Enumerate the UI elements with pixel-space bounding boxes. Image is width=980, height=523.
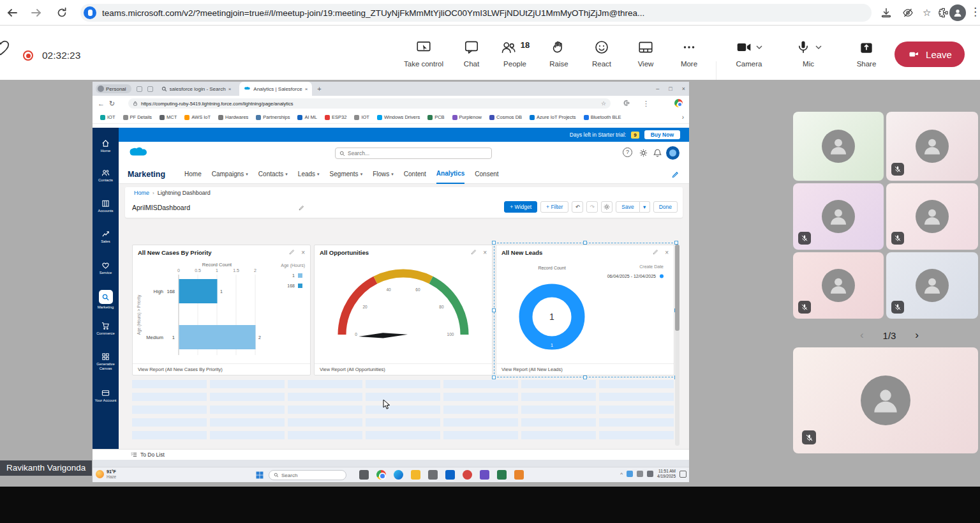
view-button[interactable]: View [625,39,667,68]
widget-edit-pencil-icon[interactable] [471,249,477,255]
page-address-bar[interactable]: ☆ [128,98,611,109]
todo-list-bar[interactable]: To Do List [93,449,689,460]
chrome-profile-chip[interactable]: Personal [96,84,131,93]
participant-tile[interactable] [886,183,978,250]
nav-item-flows[interactable]: Flows▾ [373,165,394,184]
bookmark-item[interactable]: Azure IoT Projects [526,114,580,120]
tab-strip-icon[interactable] [147,86,153,92]
leave-button[interactable]: Leave [895,42,965,67]
edit-dashboard-name-pencil-icon[interactable] [299,205,304,211]
participant-tile[interactable] [793,183,884,250]
nav-item-content[interactable]: Content [404,165,426,184]
page-reload-icon[interactable]: ↻ [109,100,115,108]
browser-back-icon[interactable] [6,7,18,19]
widget-close-icon[interactable]: × [665,249,669,256]
react-button[interactable]: React [581,39,623,68]
resize-handle[interactable] [492,241,496,245]
taskbar-app-icon[interactable] [497,470,507,480]
window-minimize-icon[interactable]: – [656,86,659,92]
bookmark-item[interactable]: Windows Drivers [373,114,424,120]
view-report-link[interactable]: View Report (All New Cases By Priority) [138,367,223,372]
widget-close-icon[interactable]: × [483,249,487,256]
pager-next-icon[interactable]: › [915,329,919,342]
privacy-eye-icon[interactable] [902,7,914,19]
buy-now-button[interactable]: Buy Now [644,130,680,139]
more-button[interactable]: More [668,39,710,68]
camera-button[interactable]: Camera [727,39,771,68]
bookmark-item[interactable]: PF Details [119,114,156,120]
chrome-profile-icon[interactable] [674,99,683,107]
people-button[interactable]: 18 People [493,39,537,68]
dashboard-name[interactable]: AprilMISDashboard [132,204,190,211]
view-report-link[interactable]: View Report (All Opportunities) [320,367,385,372]
browser-reload-icon[interactable] [56,7,68,19]
site-info-icon[interactable] [84,6,96,19]
tab-salesforce-login[interactable]: salesforce login - Search × [157,82,236,96]
weather-widget[interactable]: 91°F Haze [96,469,116,479]
widget-edit-pencil-icon[interactable] [653,249,658,255]
share-button[interactable]: Share [845,39,887,68]
resize-handle[interactable] [583,241,587,245]
tray-caret-icon[interactable]: ^ [620,471,623,477]
edit-nav-pencil-icon[interactable] [672,171,679,178]
bookmark-item[interactable]: MCT [156,114,181,120]
bookmark-item[interactable]: Hardwares [214,114,252,120]
browser-menu-icon[interactable]: ⋮ [970,5,980,19]
sidebar-item-your-account[interactable]: Your Account [93,389,119,403]
scrollbar-thumb[interactable] [675,245,679,331]
widget-all-new-cases-by-priority[interactable]: All New Cases By Priority × Record Count… [132,245,311,375]
sidebar-item-marketing[interactable]: Marketing [93,290,119,310]
taskbar-app-icon[interactable] [514,470,524,480]
bookmark-item[interactable]: AWS IoT [181,114,214,120]
bookmark-item[interactable]: IOT [350,114,373,120]
pager-prev-icon[interactable]: ‹ [860,329,864,342]
bookmark-item[interactable]: IOT [96,114,119,120]
nav-item-consent[interactable]: Consent [475,165,498,184]
tab-close-icon[interactable]: × [228,86,232,92]
taskbar-app-icon[interactable] [359,470,369,480]
bookmark-item[interactable]: Purplenow [449,114,486,120]
bookmark-item[interactable]: AI ML [293,114,321,120]
page-back-icon[interactable]: ← [98,100,105,107]
widget-all-opportunities[interactable]: All Opportunities × 020406080100 View Re… [314,245,493,375]
notifications-bell-icon[interactable] [653,149,662,157]
profile-avatar[interactable] [949,4,966,21]
resize-handle[interactable] [492,375,496,379]
url-input[interactable] [102,8,829,18]
taskbar-search-box[interactable]: Search [269,470,346,480]
page-menu-dots-icon[interactable]: ⋮ [642,100,650,108]
take-control-button[interactable]: Take control [400,39,447,68]
tray-icon[interactable] [627,471,633,477]
nav-item-home[interactable]: Home [184,165,202,184]
widget-all-new-leads[interactable]: All New Leads × Record Count11Create Dat… [496,245,674,375]
setup-gear-icon[interactable] [639,149,648,157]
bookmark-item[interactable]: Cosmos DB [486,114,526,120]
resize-handle[interactable] [492,308,496,312]
bookmarks-overflow-icon[interactable]: › [682,114,684,121]
sidebar-item-contacts[interactable]: Contacts [93,169,119,183]
nav-item-contacts[interactable]: Contacts▾ [258,165,288,184]
tray-speaker-icon[interactable] [637,471,643,477]
chrome-app-icon[interactable] [376,470,386,480]
redo-button[interactable]: ↷ [586,201,598,213]
participant-tile[interactable] [793,112,884,181]
add-filter-button[interactable]: + Filter [540,201,568,213]
sidebar-item-service[interactable]: Service [93,261,119,275]
search-input[interactable] [348,150,480,156]
taskbar-app-icon[interactable] [463,470,472,480]
extensions-icon[interactable] [938,7,949,18]
breadcrumb-home-link[interactable]: Home [134,190,149,196]
undo-button[interactable]: ↶ [572,201,583,213]
participant-tile[interactable] [886,252,978,319]
new-tab-icon[interactable]: + [317,85,321,93]
participant-tile[interactable] [886,112,978,181]
page-extensions-icon[interactable] [623,100,630,106]
window-maximize-icon[interactable]: □ [669,86,672,92]
bookmark-star-icon[interactable]: ☆ [923,7,931,19]
taskbar-app-icon[interactable] [480,470,489,480]
notification-center-icon[interactable] [679,471,687,478]
window-close-icon[interactable]: × [682,86,685,92]
download-icon[interactable] [880,7,892,19]
tray-network-icon[interactable] [647,471,653,477]
dashboard-settings-gear-button[interactable] [601,201,612,213]
